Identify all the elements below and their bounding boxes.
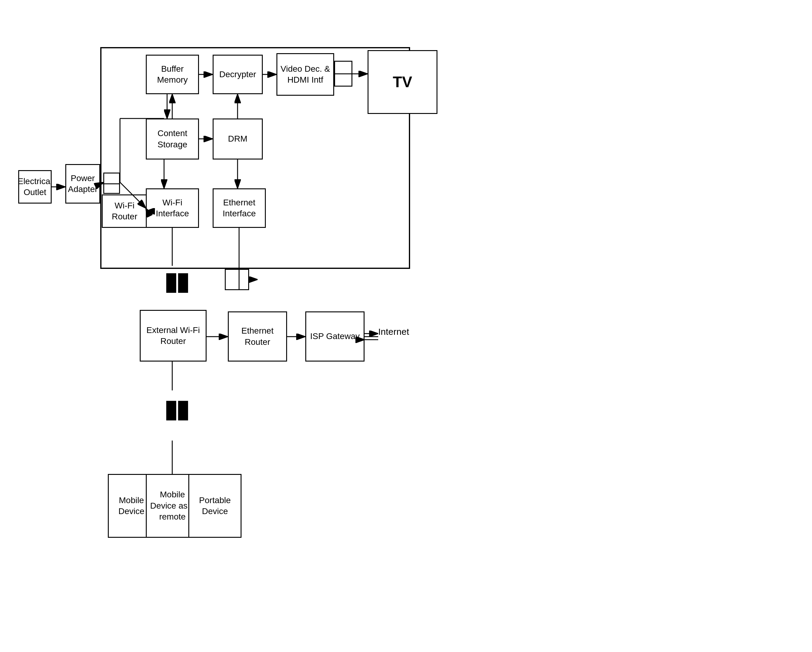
tv-label: TV: [393, 72, 412, 92]
connector-bottom-block: [225, 269, 249, 290]
connector-left-block: [103, 173, 120, 194]
wifi-router-block: Wi-Fi Router: [102, 194, 147, 228]
wifi-symbol-1: ▮▮: [164, 267, 188, 296]
isp-gateway-block: ISP Gateway: [305, 311, 365, 362]
content-storage-label: Content Storage: [147, 128, 198, 150]
ethernet-interface-block: Ethernet Interface: [213, 188, 266, 228]
drm-label: DRM: [228, 133, 247, 144]
content-storage-block: Content Storage: [146, 119, 199, 159]
ethernet-interface-label: Ethernet Interface: [214, 197, 265, 219]
internet-label: Internet: [378, 327, 409, 337]
power-adapter-block: Power Adapter: [65, 164, 100, 203]
portable-device-label: Portable Device: [189, 495, 241, 517]
decrypter-label: Decrypter: [219, 69, 256, 80]
diagram: Electrical Outlet Power Adapter Buffer M…: [0, 0, 812, 652]
buffer-memory-block: Buffer Memory: [146, 55, 199, 94]
video-dec-block: Video Dec. & HDMI Intf: [276, 53, 334, 96]
tv-block: TV: [368, 50, 437, 114]
electrical-outlet-label: Electrical Outlet: [18, 176, 52, 198]
wifi-interface-label: Wi-Fi Interface: [147, 197, 198, 219]
ethernet-router-block: Ethernet Router: [228, 311, 287, 362]
internet-text: Internet: [378, 327, 409, 337]
portable-device-block: Portable Device: [188, 474, 241, 538]
external-wifi-router-block: External Wi-Fi Router: [140, 310, 206, 362]
drm-block: DRM: [213, 119, 263, 159]
power-adapter-label: Power Adapter: [66, 173, 99, 195]
wifi-symbol-2: ▮▮: [164, 395, 188, 423]
connector-video-block: [334, 61, 353, 87]
wifi-interface-block: Wi-Fi Interface: [146, 188, 199, 228]
buffer-memory-label: Buffer Memory: [147, 64, 198, 86]
electrical-outlet-block: Electrical Outlet: [18, 170, 52, 203]
isp-gateway-label: ISP Gateway: [310, 331, 360, 342]
decrypter-block: Decrypter: [213, 55, 263, 94]
ethernet-router-label: Ethernet Router: [229, 325, 286, 348]
wifi-router-label: Wi-Fi Router: [103, 200, 147, 222]
video-dec-label: Video Dec. & HDMI Intf: [277, 64, 333, 86]
external-wifi-router-label: External Wi-Fi Router: [140, 325, 206, 347]
